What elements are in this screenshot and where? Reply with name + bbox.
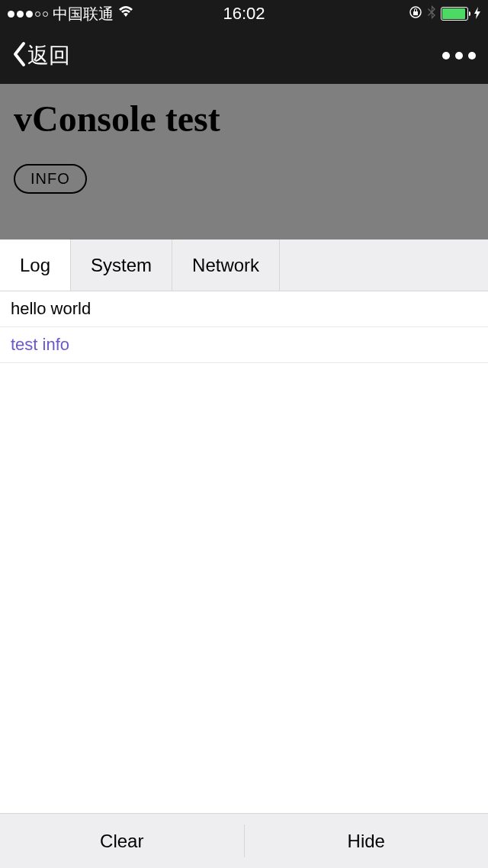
clear-button[interactable]: Clear: [0, 814, 244, 868]
charging-icon: [474, 7, 480, 21]
back-button[interactable]: 返回: [12, 41, 70, 71]
hide-button[interactable]: Hide: [245, 814, 489, 868]
more-dots-icon: [468, 52, 476, 59]
tab-system[interactable]: System: [71, 240, 172, 291]
battery-icon: [441, 7, 468, 21]
log-area[interactable]: hello world test info: [0, 291, 488, 813]
log-entry-info: test info: [0, 327, 488, 363]
vconsole-footer: Clear Hide: [0, 813, 488, 868]
orientation-lock-icon: [409, 5, 422, 22]
status-left: 中国联通: [8, 4, 133, 24]
tab-network[interactable]: Network: [172, 240, 280, 291]
status-bar: 中国联通 16:02: [0, 0, 488, 27]
chevron-left-icon: [12, 41, 26, 71]
signal-strength-icon: [8, 11, 48, 18]
nav-bar: 返回: [0, 27, 488, 84]
modal-overlay: [0, 84, 488, 240]
more-dots-icon: [455, 52, 463, 59]
carrier-label: 中国联通: [53, 4, 114, 24]
vconsole-panel: Log System Network hello world test info…: [0, 240, 488, 868]
log-entry: hello world: [0, 291, 488, 327]
status-time: 16:02: [223, 4, 265, 24]
more-dots-icon: [442, 52, 450, 59]
tab-log[interactable]: Log: [0, 240, 71, 291]
vconsole-tabs: Log System Network: [0, 240, 488, 291]
bluetooth-icon: [427, 5, 436, 22]
status-right: [409, 5, 480, 22]
wifi-icon: [118, 6, 133, 22]
back-label: 返回: [27, 41, 70, 70]
more-button[interactable]: [442, 52, 476, 59]
